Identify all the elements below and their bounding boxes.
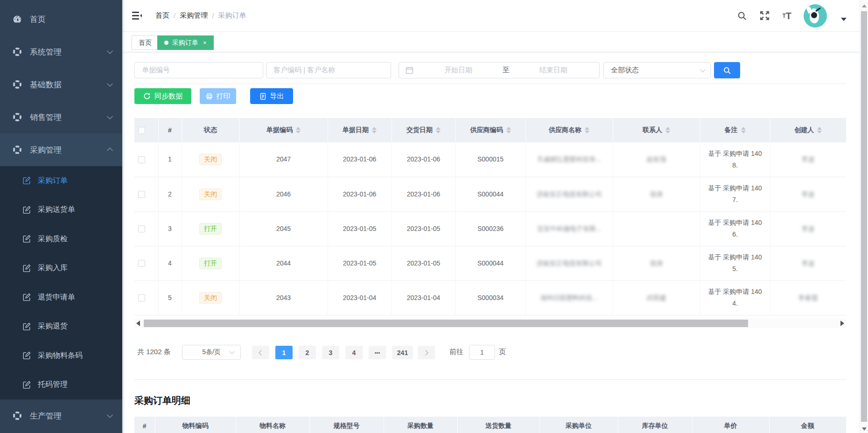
tab-home[interactable]: 首页: [132, 35, 159, 50]
page-button-241[interactable]: 241: [392, 346, 413, 359]
page-button-2[interactable]: 2: [299, 346, 316, 359]
breadcrumb-item[interactable]: 首页: [155, 11, 169, 20]
table-row[interactable]: 3打开20452023-01-052023-01-05S000236宝安中科微电…: [134, 211, 846, 246]
submenu-item-3[interactable]: 采购入库: [0, 254, 122, 283]
row-checkbox[interactable]: [138, 294, 145, 301]
sort-icon[interactable]: [817, 127, 822, 133]
order-no-input[interactable]: 单据编号: [134, 62, 263, 78]
column-header-delivery_date[interactable]: 交货日期: [392, 118, 455, 142]
h-scroll-thumb[interactable]: [144, 320, 748, 327]
close-tab-icon[interactable]: ×: [203, 40, 207, 46]
sidebar-item-1[interactable]: 系统管理: [0, 35, 122, 68]
column-header-remark[interactable]: 备注: [700, 118, 770, 142]
row-checkbox[interactable]: [138, 156, 145, 163]
search-button[interactable]: [714, 62, 740, 78]
status-select[interactable]: 全部状态: [603, 62, 711, 78]
goto-page-input[interactable]: 1: [469, 345, 495, 360]
table-row[interactable]: 4打开20442023-01-052023-01-05S000044济南安正电缆…: [134, 246, 846, 280]
submenu-item-4[interactable]: 退货申请单: [0, 283, 122, 312]
next-page-button[interactable]: [418, 346, 435, 359]
sort-icon[interactable]: [372, 127, 377, 133]
column-header-date[interactable]: 单据日期: [328, 118, 392, 142]
row-checkbox[interactable]: [138, 260, 145, 267]
submenu-item-6[interactable]: 采购物料条码: [0, 341, 122, 370]
avatar[interactable]: [804, 4, 827, 28]
column-header-index: #: [158, 118, 182, 142]
page-ellipsis[interactable]: •••: [369, 346, 386, 359]
sidebar-item-5[interactable]: 生产管理: [0, 399, 122, 432]
submenu-item-7[interactable]: 托码管理: [0, 370, 122, 400]
sort-icon[interactable]: [665, 127, 670, 133]
detail-column-header: 物料名称: [236, 417, 309, 433]
page-button-4[interactable]: 4: [345, 346, 363, 359]
submenu-item-5[interactable]: 采购退货: [0, 312, 122, 342]
horizontal-scrollbar[interactable]: [134, 319, 846, 328]
sort-icon[interactable]: [506, 127, 511, 133]
date-range-picker[interactable]: 开始日期 至 结束日期: [399, 62, 600, 78]
cell-code: 2043: [239, 280, 328, 315]
fullscreen-icon[interactable]: [759, 10, 770, 21]
customer-input[interactable]: 客户编码 | 客户名称: [266, 62, 391, 78]
submenu-item-0[interactable]: 采购订单: [0, 166, 122, 196]
cell-date: 2023-01-04: [328, 280, 392, 315]
page-scrollbar[interactable]: [860, 0, 868, 433]
submenu-item-2[interactable]: 采购质检: [0, 224, 122, 254]
tab-purchase-order[interactable]: 采购订单×: [157, 35, 214, 50]
sidebar-item-3[interactable]: 销售管理: [0, 101, 122, 133]
column-header-code[interactable]: 单据编码: [239, 118, 328, 142]
sidebar-item-4[interactable]: 采购管理: [0, 133, 122, 166]
tags-view-bar: 首页 采购订单×: [122, 32, 860, 52]
v-scroll-thumb[interactable]: [861, 11, 867, 422]
page-button-1[interactable]: 1: [275, 346, 293, 359]
detail-column-header: 金额: [769, 417, 846, 433]
row-checkbox[interactable]: [138, 225, 145, 232]
sidebar-item-2[interactable]: 基础数据: [0, 68, 122, 101]
cell-supplier_name: 宝安中科微电子有限...: [525, 211, 613, 246]
edit-icon: [22, 351, 31, 360]
start-date-input[interactable]: 开始日期: [417, 66, 500, 75]
cell-remark: 基于 采购申请 1405.: [700, 246, 770, 280]
end-date-input[interactable]: 结束日期: [512, 66, 595, 75]
table-row[interactable]: 2关闭20462023-01-062023-01-06S000044济南安正电缆…: [134, 177, 846, 211]
scroll-right-icon[interactable]: [840, 321, 844, 326]
scroll-left-icon[interactable]: [136, 321, 140, 326]
cell-creator: 李波: [770, 142, 846, 177]
submenu-item-1[interactable]: 采购送货单: [0, 196, 122, 225]
table-row[interactable]: 5关闭20432023-01-042023-01-04S000034湖州日阳塑料…: [134, 280, 846, 315]
sort-icon[interactable]: [585, 127, 589, 133]
breadcrumb-separator: /: [174, 12, 175, 20]
page-size-select[interactable]: 5条/页: [182, 345, 241, 360]
column-header-contact[interactable]: 联系人: [613, 118, 700, 142]
column-header-supplier_name[interactable]: 供应商名称: [525, 118, 613, 142]
scroll-up-icon[interactable]: [862, 4, 867, 7]
cell-status: 打开: [182, 211, 239, 246]
table-row[interactable]: 1关闭20472023-01-062023-01-06S000015天威精弘塑胶…: [134, 142, 846, 177]
sidebar-item-label: 销售管理: [30, 112, 62, 123]
sort-icon[interactable]: [741, 127, 746, 133]
detail-column-header: #: [134, 417, 155, 433]
search-icon[interactable]: [737, 11, 747, 21]
font-size-icon[interactable]: TT: [782, 11, 791, 21]
export-button[interactable]: 导出: [250, 88, 293, 104]
scroll-down-icon[interactable]: [862, 427, 867, 431]
goto-label: 前往: [449, 348, 463, 356]
select-all-checkbox[interactable]: [138, 127, 145, 134]
cell-delivery_date: 2023-01-05: [392, 246, 455, 280]
sidebar-item-label: 采购管理: [30, 145, 62, 155]
column-header-supplier_code[interactable]: 供应商编码: [455, 118, 525, 142]
sidebar-item-0[interactable]: 首页: [0, 3, 122, 35]
user-menu-caret-icon[interactable]: [841, 18, 847, 21]
header-actions: TT: [737, 0, 847, 31]
sort-icon[interactable]: [296, 127, 301, 133]
column-header-creator[interactable]: 创建人: [770, 118, 846, 142]
page-button-3[interactable]: 3: [322, 346, 339, 359]
breadcrumb-item[interactable]: 采购管理: [180, 11, 208, 20]
hamburger-icon[interactable]: [132, 12, 142, 20]
cell-creator: 李波: [770, 246, 846, 280]
prev-page-button[interactable]: [252, 346, 269, 359]
print-button[interactable]: 打印: [200, 88, 236, 104]
row-checkbox[interactable]: [138, 191, 145, 198]
status-badge: 关闭: [199, 292, 222, 304]
sort-icon[interactable]: [436, 127, 441, 133]
sync-data-button[interactable]: 同步数据: [134, 88, 191, 104]
